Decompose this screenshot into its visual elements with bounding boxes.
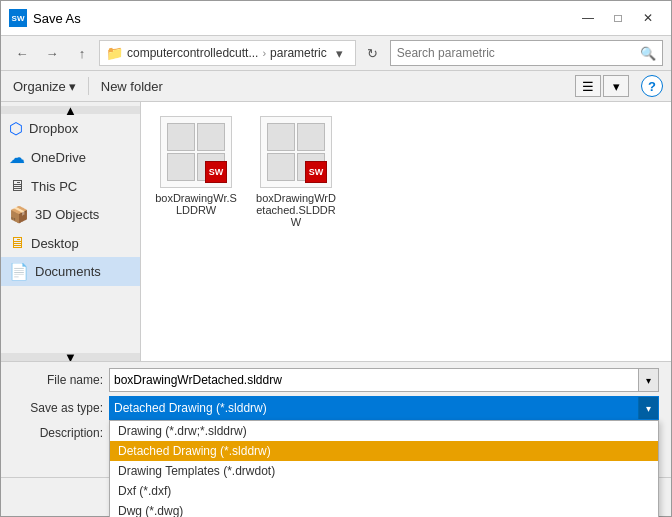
minimize-button[interactable]: — (573, 7, 603, 29)
toolbar-separator (88, 77, 89, 95)
filename-row: File name: ▾ (1, 368, 671, 392)
breadcrumb-root: computercontrolledcutt... (127, 46, 258, 60)
title-bar: SW Save As — □ ✕ (1, 1, 671, 36)
sidebar-scroll-up[interactable]: ▲ (1, 106, 140, 114)
dropdown-item-detached[interactable]: Detached Drawing (*.slddrw) (110, 441, 658, 461)
help-icon: ? (648, 79, 656, 94)
sidebar-item-label: Dropbox (29, 121, 78, 136)
thumb-cell (267, 153, 295, 181)
savetype-label: Save as type: (13, 401, 103, 415)
thumb-cell (197, 123, 225, 151)
app-icon: SW (9, 9, 27, 27)
filename-input[interactable] (110, 369, 638, 391)
sidebar-item-documents[interactable]: 📄 Documents (1, 257, 140, 286)
sidebar-item-label: Desktop (31, 236, 79, 251)
window-controls: — □ ✕ (573, 7, 663, 29)
organize-dropdown-icon: ▾ (69, 79, 76, 94)
sidebar-item-label: OneDrive (31, 150, 86, 165)
dropdown-item-dxf[interactable]: Dxf (*.dxf) (110, 481, 658, 501)
solidworks-badge: SW (205, 161, 227, 183)
sidebar-item-label: Documents (35, 264, 101, 279)
thispc-icon: 🖥 (9, 177, 25, 195)
view-dropdown-icon: ▾ (613, 79, 620, 94)
sidebar-scroll-down[interactable]: ▼ (1, 353, 140, 361)
content-area: ▲ ⬡ Dropbox ☁ OneDrive 🖥 This PC 📦 3D Ob… (1, 102, 671, 361)
thumb-cell (297, 123, 325, 151)
file-thumbnail: SW (260, 116, 332, 188)
filename-label: File name: (13, 373, 103, 387)
thumb-cell (267, 123, 295, 151)
view-dropdown-button[interactable]: ▾ (603, 75, 629, 97)
dropdown-item-dwg[interactable]: Dwg (*.dwg) (110, 501, 658, 517)
navigation-bar: ← → ↑ 📁 computercontrolledcutt... › para… (1, 36, 671, 71)
description-label: Description: (13, 424, 103, 440)
folder-icon: 🖥 (9, 234, 25, 252)
sidebar-item-onedrive[interactable]: ☁ OneDrive (1, 143, 140, 172)
organize-label: Organize (13, 79, 66, 94)
solidworks-badge: SW (305, 161, 327, 183)
new-folder-label: New folder (101, 79, 163, 94)
back-button[interactable]: ← (9, 40, 35, 66)
main-area: SW boxDrawingWr.SLDDRW (141, 102, 671, 361)
view-button[interactable]: ☰ (575, 75, 601, 97)
up-button[interactable]: ↑ (69, 40, 95, 66)
savetype-input-wrap[interactable]: Detached Drawing (*.slddrw) ▾ (109, 396, 659, 420)
list-item[interactable]: SW boxDrawingWrDetached.SLDDRW (251, 112, 341, 232)
savetype-row: Save as type: Detached Drawing (*.slddrw… (1, 396, 671, 420)
savetype-dropdown-list: Drawing (*.drw;*.slddrw) Detached Drawin… (109, 420, 659, 517)
sidebar-item-dropbox[interactable]: ⬡ Dropbox (1, 114, 140, 143)
search-input[interactable] (397, 46, 636, 60)
organize-button[interactable]: Organize ▾ (9, 77, 80, 96)
savetype-wrap: Detached Drawing (*.slddrw) ▾ Drawing (*… (109, 396, 659, 420)
new-folder-button[interactable]: New folder (97, 77, 167, 96)
refresh-button[interactable]: ↻ (360, 40, 386, 66)
search-icon: 🔍 (640, 46, 656, 61)
dropdown-item-drawing[interactable]: Drawing (*.drw;*.slddrw) (110, 421, 658, 441)
breadcrumb-dropdown-button[interactable]: ▾ (331, 41, 349, 65)
docs-icon: 📄 (9, 262, 29, 281)
back-icon: ← (16, 46, 29, 61)
search-box[interactable]: 🔍 (390, 40, 663, 66)
sidebar-item-desktop[interactable]: 🖥 Desktop (1, 229, 140, 257)
breadcrumb-separator: › (262, 47, 266, 59)
sidebar-item-label: 3D Objects (35, 207, 99, 222)
forward-button[interactable]: → (39, 40, 65, 66)
save-as-dialog: SW Save As — □ ✕ ← → ↑ 📁 computercontrol… (0, 0, 672, 517)
folder-icon: 📦 (9, 205, 29, 224)
file-name: boxDrawingWr.SLDDRW (155, 192, 237, 216)
folder-icon: 📁 (106, 45, 123, 61)
sidebar-item-3dobjects[interactable]: 📦 3D Objects (1, 200, 140, 229)
list-item[interactable]: SW boxDrawingWr.SLDDRW (151, 112, 241, 232)
savetype-value: Detached Drawing (*.slddrw) (110, 401, 638, 415)
dialog-title: Save As (33, 11, 567, 26)
dropbox-icon: ⬡ (9, 119, 23, 138)
file-name: boxDrawingWrDetached.SLDDRW (255, 192, 337, 228)
help-button[interactable]: ? (641, 75, 663, 97)
dropdown-item-templates[interactable]: Drawing Templates (*.drwdot) (110, 461, 658, 481)
filename-input-wrap[interactable]: ▾ (109, 368, 659, 392)
sidebar: ▲ ⬡ Dropbox ☁ OneDrive 🖥 This PC 📦 3D Ob… (1, 102, 141, 361)
savetype-dropdown-button[interactable]: ▾ (638, 397, 658, 419)
view-icon: ☰ (582, 79, 594, 94)
sidebar-item-thispc[interactable]: 🖥 This PC (1, 172, 140, 200)
close-button[interactable]: ✕ (633, 7, 663, 29)
files-area: SW boxDrawingWr.SLDDRW (141, 102, 671, 361)
forward-icon: → (46, 46, 59, 61)
file-thumbnail: SW (160, 116, 232, 188)
view-controls: ☰ ▾ ? (575, 75, 663, 97)
filename-dropdown-button[interactable]: ▾ (638, 369, 658, 391)
up-icon: ↑ (79, 46, 86, 61)
sidebar-item-label: This PC (31, 179, 77, 194)
refresh-icon: ↻ (367, 46, 378, 61)
breadcrumb[interactable]: 📁 computercontrolledcutt... › parametric… (99, 40, 356, 66)
onedrive-icon: ☁ (9, 148, 25, 167)
sw-icon: SW (305, 161, 327, 183)
breadcrumb-current: parametric (270, 46, 327, 60)
sw-icon: SW (205, 161, 227, 183)
toolbar: Organize ▾ New folder ☰ ▾ ? (1, 71, 671, 102)
thumb-cell (167, 153, 195, 181)
maximize-button[interactable]: □ (603, 7, 633, 29)
thumb-cell (167, 123, 195, 151)
